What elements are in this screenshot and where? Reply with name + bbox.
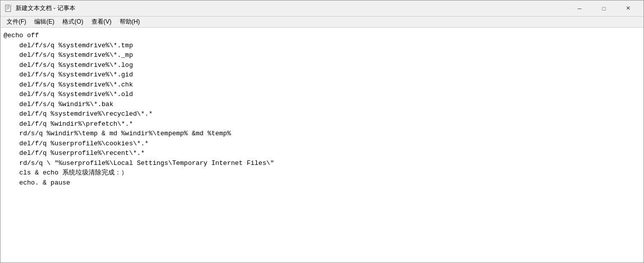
minimize-button[interactable]: ─ [568, 1, 591, 17]
maximize-button[interactable]: □ [592, 1, 615, 17]
app-icon [5, 5, 13, 13]
svg-rect-3 [7, 8, 10, 9]
menu-file[interactable]: 文件(F) [3, 17, 30, 27]
menu-help[interactable]: 帮助(H) [116, 17, 144, 27]
title-bar: 新建文本文档 - 记事本 ─ □ ✕ [1, 1, 643, 17]
close-button[interactable]: ✕ [616, 1, 639, 17]
svg-rect-4 [7, 9, 9, 10]
window-controls: ─ □ ✕ [568, 1, 639, 17]
editor-content[interactable]: @echo off del/f/s/q %systemdrive%\*.tmp … [2, 30, 642, 189]
menu-view[interactable]: 查看(V) [87, 17, 116, 27]
notepad-window: 新建文本文档 - 记事本 ─ □ ✕ 文件(F) 编辑(E) 格式(O) 查看(… [0, 0, 644, 263]
menu-bar: 文件(F) 编辑(E) 格式(O) 查看(V) 帮助(H) [1, 17, 643, 28]
editor-area[interactable]: @echo off del/f/s/q %systemdrive%\*.tmp … [1, 28, 643, 262]
menu-edit[interactable]: 编辑(E) [30, 17, 58, 27]
menu-format[interactable]: 格式(O) [58, 17, 87, 27]
svg-rect-2 [7, 7, 10, 8]
window-title: 新建文本文档 - 记事本 [16, 4, 568, 13]
